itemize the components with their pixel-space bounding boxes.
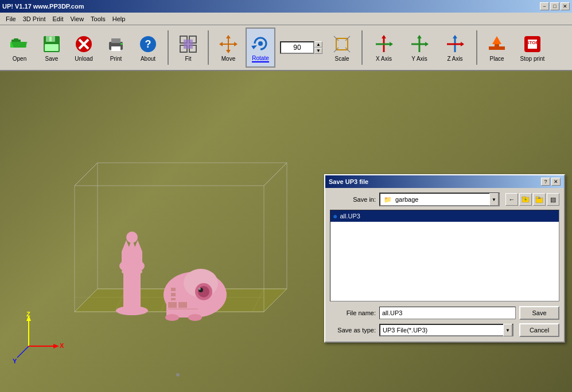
menu-file[interactable]: File xyxy=(2,14,20,23)
angle-input-group: 90 ▲ ▼ xyxy=(280,41,322,54)
svg-text:?: ? xyxy=(145,38,151,50)
save-dialog: Save UP3 file ? ✕ Save in: 📁 garbage ▼ xyxy=(324,174,565,343)
cancel-button[interactable]: Cancel xyxy=(519,323,559,337)
app-title: UP! V1.17 www.PP3DP.com xyxy=(2,3,84,10)
folder-icon: 📁 xyxy=(380,196,395,203)
svg-rect-20 xyxy=(184,40,193,49)
toolbar-save-button[interactable]: Save xyxy=(37,28,67,68)
svg-rect-13 xyxy=(120,43,123,45)
title-bar-buttons: − □ ✕ xyxy=(540,2,570,10)
dialog-title: Save UP3 file xyxy=(329,178,368,185)
toolbar-xaxis-button[interactable]: X Axis xyxy=(367,28,400,68)
file-icon-0: ● xyxy=(333,211,337,221)
toolbar-zaxis-button[interactable]: Z Axis xyxy=(438,28,472,68)
menu-view[interactable]: View xyxy=(67,14,87,23)
svg-marker-26 xyxy=(234,42,238,46)
toolbar-unload-button[interactable]: Unload xyxy=(69,28,99,68)
svg-point-90 xyxy=(188,314,202,321)
savein-dropdown-button[interactable]: ▼ xyxy=(489,193,499,206)
unload-icon xyxy=(73,34,94,54)
filename-label: File name: xyxy=(330,309,376,316)
svg-rect-46 xyxy=(489,46,505,50)
open-icon xyxy=(9,34,30,54)
savetype-display: UP3 File(*.UP3) xyxy=(380,327,503,334)
svg-text:+: + xyxy=(524,198,527,202)
save-in-row: Save in: 📁 garbage ▼ ← + xyxy=(330,193,559,206)
file-list[interactable]: ● all.UP3 xyxy=(330,210,559,301)
toolbar-open-button[interactable]: Open xyxy=(5,28,34,68)
toolbar-stop-button[interactable]: STOP Stop print xyxy=(514,28,551,68)
svg-marker-25 xyxy=(219,42,223,46)
toolbar-scale-button[interactable]: Scale xyxy=(327,28,357,68)
svg-marker-36 xyxy=(382,35,386,38)
unload-label: Unload xyxy=(75,56,93,62)
menu-tools[interactable]: Tools xyxy=(87,14,109,23)
toolbar-about-button[interactable]: ? About xyxy=(133,28,163,68)
svg-marker-37 xyxy=(390,42,393,46)
save-button[interactable]: Save xyxy=(519,306,559,320)
savetype-dropdown-button[interactable]: ▼ xyxy=(503,324,512,336)
dialog-content: Save in: 📁 garbage ▼ ← + xyxy=(325,188,564,342)
svg-marker-44 xyxy=(453,35,457,38)
rotate-label: Rotate xyxy=(252,55,269,62)
maximize-button[interactable]: □ xyxy=(550,2,559,10)
toolbar-print-button[interactable]: Print xyxy=(101,28,131,68)
nav-new-folder-button[interactable]: + xyxy=(519,193,532,206)
svg-text:X: X xyxy=(60,342,64,349)
toolbar-fit-button[interactable]: Fit xyxy=(173,28,203,68)
toolbar-yaxis-button[interactable]: Y Axis xyxy=(403,28,436,68)
close-button[interactable]: ✕ xyxy=(561,2,570,10)
svg-line-93 xyxy=(17,346,29,358)
file-name-0: all.UP3 xyxy=(340,213,360,219)
scale-label: Scale xyxy=(334,56,349,62)
toolbar-separator-4 xyxy=(476,30,477,65)
svg-marker-47 xyxy=(492,36,501,44)
savetype-row: Save as type: UP3 File(*.UP3) ▼ Cancel xyxy=(330,323,559,337)
menu-edit[interactable]: Edit xyxy=(49,14,67,23)
toolbar: Open Save Unload xyxy=(0,25,572,71)
menu-help[interactable]: Help xyxy=(109,14,129,23)
svg-rect-12 xyxy=(111,46,120,51)
svg-rect-5 xyxy=(49,37,52,41)
print-label: Print xyxy=(110,56,122,62)
dialog-title-buttons: ? ✕ xyxy=(541,178,561,186)
svg-line-59 xyxy=(75,163,98,186)
scene-svg: Z X Y xyxy=(0,71,321,381)
menu-bar: File 3D Print Edit View Tools Help xyxy=(0,13,572,25)
nav-up-folder-button[interactable] xyxy=(533,193,546,206)
file-item-0[interactable]: ● all.UP3 xyxy=(330,210,559,222)
dialog-close-button[interactable]: ✕ xyxy=(551,178,561,186)
svg-rect-87 xyxy=(178,302,187,308)
svg-marker-45 xyxy=(461,42,464,46)
dialog-titlebar: Save UP3 file ? ✕ xyxy=(325,175,564,188)
rotate-icon xyxy=(250,33,271,54)
nav-back-button[interactable]: ← xyxy=(505,193,518,206)
angle-up-button[interactable]: ▲ xyxy=(314,41,322,48)
xaxis-label: X Axis xyxy=(376,56,392,62)
svg-marker-24 xyxy=(226,50,231,53)
filename-row: File name: Save xyxy=(330,306,559,320)
move-icon xyxy=(218,34,239,54)
svg-line-60 xyxy=(264,163,287,186)
angle-down-button[interactable]: ▼ xyxy=(314,48,322,54)
svg-text:STOP: STOP xyxy=(526,40,539,45)
dialog-help-button[interactable]: ? xyxy=(541,178,550,186)
xaxis-icon xyxy=(373,34,394,54)
svg-point-80 xyxy=(199,288,201,290)
svg-point-99 xyxy=(176,373,180,377)
menu-3dprint[interactable]: 3D Print xyxy=(20,14,49,23)
zaxis-icon xyxy=(445,34,465,54)
angle-input[interactable]: 90 xyxy=(280,41,314,54)
toolbar-move-button[interactable]: Move xyxy=(213,28,243,68)
svg-rect-83 xyxy=(171,293,176,296)
about-icon: ? xyxy=(138,34,158,54)
yaxis-label: Y Axis xyxy=(411,56,427,62)
toolbar-separator-3 xyxy=(361,30,363,65)
filename-input[interactable] xyxy=(379,307,516,319)
toolbar-rotate-button[interactable]: Rotate xyxy=(246,28,275,68)
scale-icon xyxy=(332,34,352,54)
toolbar-place-button[interactable]: Place xyxy=(482,28,512,68)
toolbar-separator-2 xyxy=(208,30,209,65)
minimize-button[interactable]: − xyxy=(540,2,549,10)
nav-view-button[interactable]: ▤ xyxy=(547,193,559,206)
